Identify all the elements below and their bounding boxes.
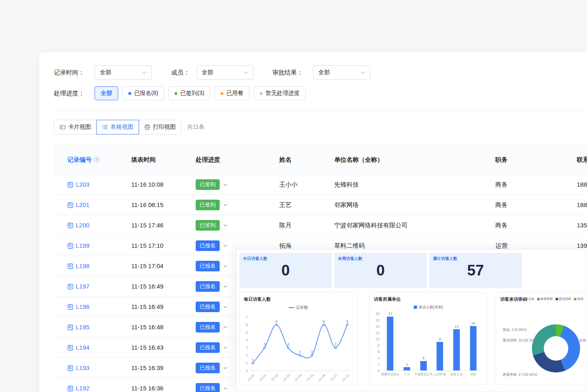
column-fill-time: 填表时间 xyxy=(131,145,156,174)
status-badge[interactable]: 已报名 xyxy=(196,383,220,392)
svg-text:3: 3 xyxy=(335,342,337,346)
record-id-link[interactable]: L192 xyxy=(67,378,89,392)
record-id-link[interactable]: L194 xyxy=(67,337,89,358)
svg-text:6: 6 xyxy=(346,319,349,324)
status-badge[interactable]: 已报名 xyxy=(196,342,220,353)
chevron-down-icon[interactable] xyxy=(223,367,227,369)
chevron-down-icon[interactable] xyxy=(223,346,227,349)
axis-tick: 6 xyxy=(371,350,380,354)
approval-result-select[interactable]: 全部 xyxy=(313,65,370,80)
legend-square-marker xyxy=(414,306,417,309)
record-company: 宁波邻家网络科技有限公司 xyxy=(334,215,408,236)
view-label: 表格视图 xyxy=(110,123,133,131)
record-time: 11-15 17:04 xyxy=(131,256,163,276)
table-view-button[interactable]: 表格视图 xyxy=(96,120,139,134)
print-view-button[interactable]: 打印视图 xyxy=(139,120,181,134)
record-id-link[interactable]: L197 xyxy=(67,276,89,297)
filter-chip-3[interactable]: 已用餐 xyxy=(214,86,249,100)
chevron-down-icon[interactable] xyxy=(223,244,227,247)
pie-labels: 其他: 3 (5.26%)业务洽谈: 22 (38.60%)面试招聘: 15 (… xyxy=(496,293,587,385)
status-badge[interactable]: 已报名 xyxy=(196,363,220,373)
page: 记录时间： 全部 成员： 全部 审批结果： 全部 处理进度： 全部已报名(8)已… xyxy=(0,0,587,392)
card-view-button[interactable]: 卡片视图 xyxy=(54,120,97,134)
filter-chip-2[interactable]: 已签到(3) xyxy=(168,86,210,100)
pie-label: 参观考察: 17 (29.82%) xyxy=(503,372,537,377)
filter-label-record-time: 记录时间： xyxy=(54,65,84,80)
column-record-id[interactable]: 记录编号 ? xyxy=(67,145,99,174)
svg-text:2: 2 xyxy=(299,350,301,354)
bar-value-label: 3 xyxy=(417,356,430,360)
status-dot xyxy=(128,92,131,95)
record-id-link[interactable]: L199 xyxy=(67,236,89,256)
record-phone: 188 xyxy=(577,195,587,215)
record-time: 11-15 16:48 xyxy=(131,317,163,337)
question-icon[interactable]: ? xyxy=(94,157,99,163)
record-doc-icon xyxy=(67,222,73,229)
axis-tick: 2 xyxy=(371,362,380,366)
chevron-down-icon[interactable] xyxy=(223,387,227,390)
bar-plot: 02468101214161817福建商业协会1个人3宁波建昌公司9山东红泰13… xyxy=(382,314,481,371)
column-position: 职务 xyxy=(495,145,508,174)
record-doc-icon xyxy=(67,365,73,371)
chevron-down-icon[interactable] xyxy=(223,326,227,328)
progress-chip-group: 全部已报名(8)已签到(3)已用餐暂无处理进度 xyxy=(95,86,306,100)
record-id-link[interactable]: L201 xyxy=(67,195,89,215)
record-time-select[interactable]: 全部 xyxy=(95,65,152,80)
axis-tick: 2 xyxy=(240,353,248,357)
member-select[interactable]: 全部 xyxy=(196,65,254,80)
chevron-down-icon[interactable] xyxy=(223,285,227,288)
status-badge[interactable]: 已报名 xyxy=(196,302,220,312)
bar xyxy=(470,326,477,370)
record-name: 王艺 xyxy=(279,195,291,215)
axis-tick: 8 xyxy=(371,344,380,348)
stats-dashboard-panel: 今日访客人数 0 本周访客人数 0 累计访客人数 57 每日访客人数 记录数 0… xyxy=(236,249,587,392)
status-badge[interactable]: 已报名 xyxy=(196,240,220,251)
filter-chip-1[interactable]: 已报名(8) xyxy=(122,86,164,100)
record-time: 11-15 16:49 xyxy=(131,297,163,317)
axis-tick: 0 xyxy=(240,369,248,373)
record-id-link[interactable]: L198 xyxy=(67,256,89,276)
stat-card-total-visitors: 累计访客人数 57 xyxy=(429,253,522,288)
status-badge[interactable]: 已报名 xyxy=(196,322,220,333)
chevron-down-icon[interactable] xyxy=(223,224,227,227)
svg-text:3: 3 xyxy=(264,342,266,346)
record-time: 11-15 16:36 xyxy=(131,378,163,392)
column-name: 姓名 xyxy=(279,145,291,174)
chevron-down-icon[interactable] xyxy=(223,265,227,267)
record-status: 已签到 xyxy=(196,215,227,236)
record-id-link[interactable]: L203 xyxy=(67,174,89,195)
view-label: 卡片视图 xyxy=(68,123,91,131)
status-badge[interactable]: 已签到 xyxy=(196,220,220,231)
record-status: 已报名 xyxy=(196,358,227,378)
chevron-down-icon[interactable] xyxy=(223,204,227,206)
status-badge[interactable]: 已签到 xyxy=(196,179,220,190)
record-id-link[interactable]: L195 xyxy=(67,317,89,337)
status-badge[interactable]: 已签到 xyxy=(196,200,220,210)
stat-value: 0 xyxy=(239,262,332,279)
chart-title: 访客所属单位 xyxy=(374,296,401,302)
record-status: 已报名 xyxy=(196,297,227,317)
table-header: 记录编号 ? 填表时间 处理进度 姓名 单位名称（全称） 职务 联系 xyxy=(54,145,587,174)
axis-tick: 18 xyxy=(371,312,380,316)
table-row: L20011-15 17:46已签到陈月宁波邻家网络科技有限公司商务135 xyxy=(54,215,587,236)
record-status: 已报名 xyxy=(196,236,227,256)
chevron-down-icon[interactable] xyxy=(223,306,227,308)
stat-value: 57 xyxy=(429,262,522,279)
chevron-down-icon[interactable] xyxy=(223,183,227,186)
filter-chip-0[interactable]: 全部 xyxy=(95,86,118,100)
filter-chip-4[interactable]: 暂无处理进度 xyxy=(254,86,306,100)
record-doc-icon xyxy=(67,263,73,269)
pie-label: 其他: 3 (5.26%) xyxy=(503,328,527,333)
print-view-icon xyxy=(144,124,150,130)
record-time: 11-16 10:08 xyxy=(131,174,163,195)
bar-category-label: 智联 xyxy=(462,372,485,377)
record-id-link[interactable]: L200 xyxy=(67,215,89,236)
select-value: 全部 xyxy=(202,69,213,76)
record-time: 11-15 16:49 xyxy=(131,276,163,297)
bar xyxy=(453,329,460,370)
status-badge[interactable]: 已报名 xyxy=(196,261,220,271)
record-id-link[interactable]: L193 xyxy=(67,358,89,378)
status-badge[interactable]: 已报名 xyxy=(196,281,220,292)
axis-tick: 4 xyxy=(240,338,248,342)
record-id-link[interactable]: L196 xyxy=(67,297,89,317)
